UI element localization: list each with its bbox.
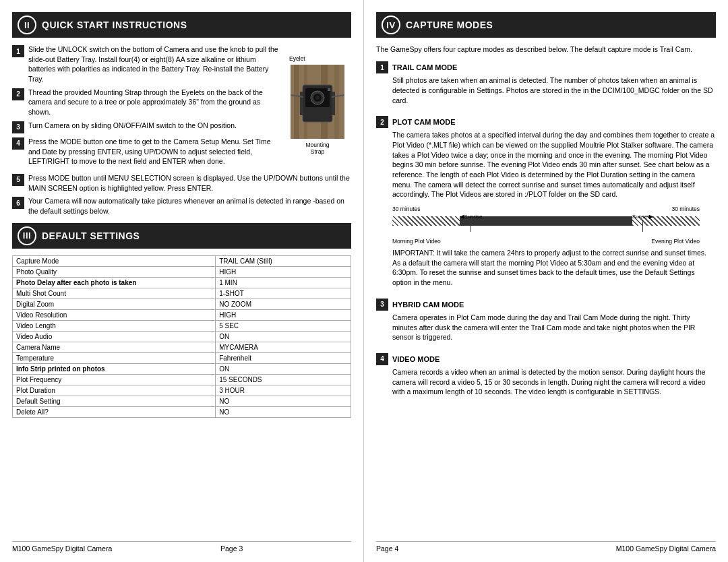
svg-rect-11 [300, 92, 303, 115]
svg-rect-4 [334, 65, 339, 139]
svg-rect-10 [328, 88, 330, 91]
setting-name: Camera Name [13, 342, 216, 352]
settings-row: Default SettingNO [13, 396, 351, 406]
mode-2-important: IMPORTANT: It will take the camera 24hrs… [392, 248, 716, 288]
settings-row: Video ResolutionHIGH [13, 309, 351, 320]
settings-row: Video Length5 SEC [13, 320, 351, 331]
mode-2-title: PLOT CAM MODE [392, 118, 456, 126]
setting-value: HIGH [216, 309, 351, 320]
mounting-strap-label: MountingStrap [306, 142, 330, 155]
setting-name: Photo Delay after each photo is taken [13, 277, 216, 288]
setting-name: Video Resolution [13, 309, 216, 320]
setting-name: Video Length [13, 320, 216, 331]
svg-point-9 [315, 96, 320, 100]
plot-diagram: 30 minutes 30 minutes ◀Sunrise [392, 206, 700, 245]
left-footer: M100 GameSpy Digital Camera Page 3 [12, 541, 351, 553]
settings-row: Info Strip printed on photosON [13, 363, 351, 374]
setting-value: 15 SECONDS [216, 374, 351, 385]
morning-plot-label: Morning Plot Video [392, 238, 441, 245]
setting-value: TRAIL CAM (Still) [216, 255, 351, 266]
mode-4-title: VIDEO MODE [392, 355, 439, 363]
evening-plot-label: Evening Plot Video [651, 238, 700, 245]
svg-rect-1 [294, 65, 299, 139]
mode-1-title: TRAIL CAM MODE [392, 63, 457, 71]
settings-row: Delete All?NO [13, 406, 351, 417]
setting-name: Plot Frequency [13, 374, 216, 385]
section2-header: II QUICK START INSTRUCTIONS [12, 12, 351, 38]
settings-row: Plot Duration3 HOUR [13, 385, 351, 396]
setting-value: 5 SEC [216, 320, 351, 331]
setting-value: 3 HOUR [216, 385, 351, 396]
diagram-top-labels: 30 minutes 30 minutes [392, 206, 700, 212]
quick-start-steps: 1 Slide the UNLOCK switch on the bottom … [12, 44, 351, 166]
right-30min-label: 30 minutes [671, 206, 700, 212]
diagram-bottom-labels: Morning Plot Video Evening Plot Video [392, 238, 700, 245]
setting-name: Default Setting [13, 396, 216, 406]
settings-row: Digital ZoomNO ZOOM [13, 299, 351, 309]
steps-column: 1 Slide the UNLOCK switch on the bottom … [12, 44, 284, 166]
setting-name: Capture Mode [13, 255, 216, 266]
settings-row: Capture ModeTRAIL CAM (Still) [13, 255, 351, 266]
setting-name: Delete All? [13, 406, 216, 417]
footer-center: Page 3 [220, 544, 243, 553]
roman-numeral-4: IV [382, 15, 400, 34]
left-page: II QUICK START INSTRUCTIONS 1 Slide the … [0, 0, 364, 562]
setting-name: Multi Shot Count [13, 288, 216, 299]
setting-value: Fahrenheit [216, 352, 351, 363]
setting-value: NO ZOOM [216, 299, 351, 309]
mode-1-header: 1 TRAIL CAM MODE [376, 61, 716, 73]
mode-3-text: Camera operates in Plot Cam mode during … [392, 313, 716, 342]
step-1: 1 Slide the UNLOCK switch on the bottom … [12, 44, 284, 84]
setting-name: Temperature [13, 352, 216, 363]
setting-value: 1-SHOT [216, 288, 351, 299]
setting-name: Info Strip printed on photos [13, 363, 216, 374]
capture-intro: The GameSpy offers four capture modes as… [376, 44, 716, 55]
section2-title: QUICK START INSTRUCTIONS [42, 20, 187, 30]
step-4-text: Press the MODE button one time to get to… [28, 137, 284, 166]
step-5-text: Press MODE button until MENU SELECTION s… [28, 173, 351, 193]
roman-numeral-2: II [18, 15, 36, 34]
mode-2: 2 PLOT CAM MODE The camera takes photos … [376, 116, 716, 288]
camera-illustration [291, 65, 344, 139]
settings-row: Video AudioON [13, 331, 351, 342]
camera-image-col: Eyelet [284, 44, 351, 166]
step-3: 3 Turn Camera on by sliding ON/OFF/AIM s… [12, 121, 284, 133]
eyelet-label: Eyelet [289, 55, 305, 62]
mode-4-text: Camera records a video when an animal is… [392, 367, 716, 397]
section3-title: DEFAULT SETTINGS [42, 230, 140, 241]
setting-value: HIGH [216, 266, 351, 277]
footer-page: Page 4 [376, 544, 398, 553]
step-2: 2 Thread the provided Mounting Strap thr… [12, 88, 284, 117]
mode-3: 3 HYBRID CAM MODE Camera operates in Plo… [376, 299, 716, 342]
step-6-text: Your Camera will now automatically take … [28, 196, 351, 216]
setting-value: ON [216, 363, 351, 374]
settings-row: Camera NameMYCAMERA [13, 342, 351, 352]
setting-name: Plot Duration [13, 385, 216, 396]
step-6: 6 Your Camera will now automatically tak… [12, 196, 351, 216]
step-2-text: Thread the provided Mounting Strap throu… [28, 88, 284, 117]
mode-4-header: 4 VIDEO MODE [376, 353, 716, 365]
settings-row: Photo Delay after each photo is taken1 M… [13, 277, 351, 288]
mode-3-header: 3 HYBRID CAM MODE [376, 299, 716, 311]
setting-value: MYCAMERA [216, 342, 351, 352]
steps-5-6: 5 Press MODE button until MENU SELECTION… [12, 173, 351, 216]
mode-4: 4 VIDEO MODE Camera records a video when… [376, 353, 716, 397]
section4-header: IV CAPTURE MODES [376, 12, 716, 38]
footer-left: M100 GameSpy Digital Camera [12, 544, 112, 553]
setting-value: NO [216, 406, 351, 417]
setting-value: NO [216, 396, 351, 406]
mode-2-header: 2 PLOT CAM MODE [376, 116, 716, 128]
section4-title: CAPTURE MODES [406, 20, 493, 30]
steps-list: 1 Slide the UNLOCK switch on the bottom … [12, 44, 284, 166]
left-30min-label: 30 minutes [392, 206, 421, 212]
setting-name: Photo Quality [13, 266, 216, 277]
setting-name: Digital Zoom [13, 299, 216, 309]
mode-3-title: HYBRID CAM MODE [392, 301, 464, 309]
right-page: IV CAPTURE MODES The GameSpy offers four… [364, 0, 728, 562]
settings-table: Capture ModeTRAIL CAM (Still)Photo Quali… [12, 255, 351, 418]
mode-1-text: Still photos are taken when an animal is… [392, 75, 716, 105]
settings-row: Plot Frequency15 SECONDS [13, 374, 351, 385]
step-4: 4 Press the MODE button one time to get … [12, 137, 284, 166]
settings-row: TemperatureFahrenheit [13, 352, 351, 363]
section3-header: III DEFAULT SETTINGS [12, 223, 351, 249]
